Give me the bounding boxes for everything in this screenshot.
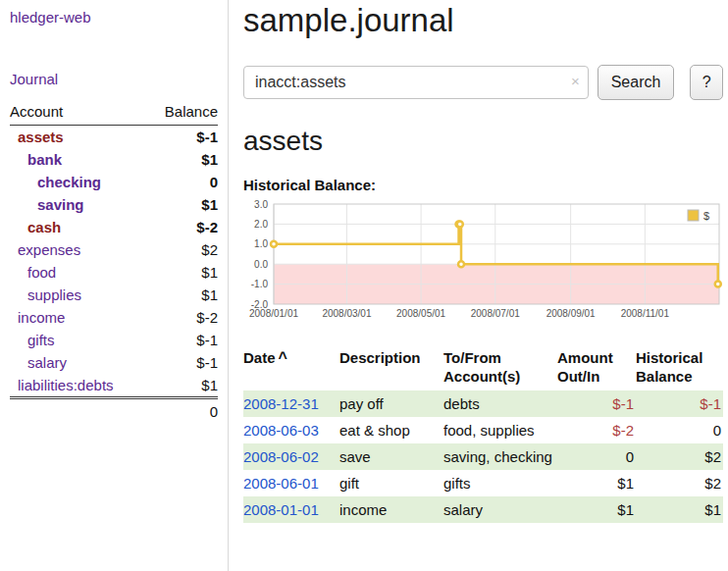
register-row: 2008-06-02 save saving, checking 0 $2 [243,443,723,470]
account-link-saving[interactable]: saving [37,196,84,213]
transaction-amount: $-2 [557,417,636,443]
account-link-expenses[interactable]: expenses [18,241,80,258]
account-balance-liabilities-debts: $1 [147,374,218,398]
account-link-gifts[interactable]: gifts [27,332,55,348]
svg-text:-1.0: -1.0 [251,279,269,289]
transaction-accounts: debts [443,390,557,417]
clear-search-icon[interactable]: × [571,74,580,89]
svg-text:2.0: 2.0 [254,219,268,230]
account-row-gifts: gifts $-1 [10,329,218,351]
account-balance-cash: $-2 [147,216,218,238]
register-header-balance: Historical Balance [636,345,723,390]
chart-canvas: 3.02.01.00.0-1.0-2.02008/01/012008/03/01… [243,198,723,326]
transaction-description: eat & shop [339,417,443,443]
transaction-balance: $2 [636,470,723,496]
account-balance-gifts: $-1 [147,329,218,351]
accounts-total-value: 0 [147,398,218,424]
page-title: sample.journal [243,2,723,39]
transaction-date-link[interactable]: 2008-01-01 [243,501,319,518]
transaction-description: save [339,443,443,470]
account-balance-supplies: $1 [147,284,218,306]
search-input[interactable] [243,66,589,99]
transaction-accounts: saving, checking [443,443,557,470]
accounts-table: Account Balance assets $-1 bank $1 check… [10,101,218,423]
transaction-accounts: food, supplies [443,417,557,443]
app-title-link[interactable]: hledger-web [10,9,218,26]
register-header-accounts: To/From Account(s) [443,345,557,390]
transaction-amount: $1 [557,470,636,496]
account-link-checking[interactable]: checking [37,174,101,190]
transaction-date-link[interactable]: 2008-06-03 [243,422,319,439]
register-row: 2008-01-01 income salary $1 $1 [243,496,723,523]
svg-text:3.0: 3.0 [254,199,268,210]
account-balance-assets: $-1 [147,126,218,149]
register-header-row: Date^ Description To/From Account(s) Amo… [243,345,723,390]
account-balance-expenses: $2 [147,238,218,261]
transaction-accounts: gifts [443,470,557,496]
account-balance-bank: $1 [147,148,218,171]
historical-balance-chart: 3.02.01.00.0-1.0-2.02008/01/012008/03/01… [243,198,723,326]
transaction-amount: $1 [557,496,636,523]
svg-text:2008/05/01: 2008/05/01 [396,308,445,319]
transaction-balance: $1 [636,496,723,523]
account-link-assets[interactable]: assets [18,129,64,145]
account-row-bank: bank $1 [10,148,218,171]
account-link-cash[interactable]: cash [27,219,61,235]
register-row: 2008-06-03 eat & shop food, supplies $-2… [243,417,723,443]
register-header-date[interactable]: Date^ [243,345,339,390]
register-header-amount: Amount Out/In [557,345,636,390]
register-table: Date^ Description To/From Account(s) Amo… [243,345,723,523]
account-row-supplies: supplies $1 [10,284,218,306]
account-link-food[interactable]: food [27,264,56,281]
search-button[interactable]: Search [598,65,675,100]
chart-label: Historical Balance: [243,177,723,193]
main-content: sample.journal × Search ? assets Histori… [243,0,723,523]
journal-nav-link[interactable]: Journal [10,71,218,87]
svg-text:2008/07/01: 2008/07/01 [471,308,520,319]
account-row-food: food $1 [10,261,218,284]
account-row-saving: saving $1 [10,193,218,216]
account-row-liabilities-debts: liabilities:debts $1 [10,374,218,398]
accounts-header-account: Account [10,101,147,126]
transaction-description: income [339,496,443,523]
register-row: 2008-12-31 pay off debts $-1 $-1 [243,390,723,417]
transaction-date-link[interactable]: 2008-06-01 [243,475,319,492]
account-row-checking: checking 0 [10,171,218,193]
account-row-income: income $-2 [10,306,218,329]
account-link-liabilities-debts[interactable]: liabilities:debts [18,377,114,393]
transaction-date-link[interactable]: 2008-12-31 [243,395,319,412]
accounts-header-row: Account Balance [10,101,218,126]
account-row-assets: assets $-1 [10,126,218,149]
help-button[interactable]: ? [690,65,723,100]
account-row-salary: salary $-1 [10,351,218,374]
svg-text:1.0: 1.0 [254,238,268,249]
sort-ascending-icon: ^ [279,349,287,366]
svg-text:2008/01/01: 2008/01/01 [249,308,298,319]
account-balance-food: $1 [147,261,218,284]
transaction-balance: $2 [636,443,723,470]
transaction-amount: $-1 [557,390,636,417]
transaction-accounts: salary [443,496,557,523]
svg-text:0.0: 0.0 [254,259,268,270]
date-header-label: Date [243,349,276,366]
transaction-amount: 0 [557,443,636,470]
transaction-date-link[interactable]: 2008-06-02 [243,448,319,465]
account-link-income[interactable]: income [18,309,65,326]
search-form: × Search ? [243,65,723,100]
svg-text:2008/03/01: 2008/03/01 [322,308,371,319]
register-header-description: Description [339,345,443,390]
account-row-expenses: expenses $2 [10,238,218,261]
account-row-cash: cash $-2 [10,216,218,238]
svg-text:2008/11/01: 2008/11/01 [621,308,670,319]
account-link-supplies[interactable]: supplies [27,286,81,303]
register-row: 2008-06-01 gift gifts $1 $2 [243,470,723,496]
svg-text:$: $ [703,210,709,222]
account-balance-income: $-2 [147,306,218,329]
svg-text:2008/09/01: 2008/09/01 [546,308,596,319]
account-link-salary[interactable]: salary [27,354,67,371]
account-link-bank[interactable]: bank [27,151,62,168]
account-balance-checking: 0 [147,171,218,193]
accounts-total-row: 0 [10,398,218,424]
accounts-header-balance: Balance [147,101,218,126]
account-balance-salary: $-1 [147,351,218,374]
